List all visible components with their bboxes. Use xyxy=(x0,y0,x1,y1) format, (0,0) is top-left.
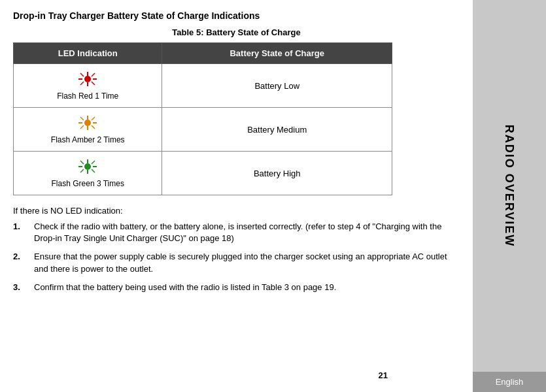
svg-line-4 xyxy=(80,73,84,76)
led-icon xyxy=(75,71,101,88)
sidebar-rotated-section: RADIO OVERVIEW xyxy=(473,0,546,372)
sidebar-label: RADIO OVERVIEW xyxy=(503,125,517,248)
page-number: 21 xyxy=(379,370,388,380)
list-item: 2.Ensure that the power supply cable is … xyxy=(13,251,460,274)
table-row: Flash Red 1 TimeBattery Low xyxy=(14,64,392,108)
battery-state-table: LED Indication Battery State of Charge F… xyxy=(13,42,392,195)
svg-line-24 xyxy=(80,169,84,172)
led-cell: Flash Amber 2 Times xyxy=(14,108,162,152)
led-label: Flash Amber 2 Times xyxy=(23,135,152,144)
svg-point-17 xyxy=(84,120,91,126)
svg-line-6 xyxy=(80,82,84,85)
no-led-text: If there is NO LED indication: xyxy=(13,206,460,216)
instructions-list: 1.Check if the radio with battery, or th… xyxy=(13,221,460,293)
list-text: Confirm that the battery being used with… xyxy=(34,282,336,293)
page-title: Drop-in Tray Charger Battery State of Ch… xyxy=(13,10,460,21)
led-label: Flash Green 3 Times xyxy=(23,179,152,188)
state-cell: Battery High xyxy=(162,152,392,195)
svg-point-26 xyxy=(84,163,91,170)
state-cell: Battery Medium xyxy=(162,108,392,152)
svg-line-5 xyxy=(92,82,95,85)
list-item: 3.Confirm that the battery being used wi… xyxy=(13,282,460,293)
table-row: Flash Green 3 TimesBattery High xyxy=(14,152,392,195)
col-header-led: LED Indication xyxy=(14,43,162,64)
svg-line-14 xyxy=(92,125,95,129)
svg-line-7 xyxy=(92,73,95,76)
language-label: English xyxy=(473,372,546,392)
list-text: Ensure that the power supply cable is se… xyxy=(34,251,460,274)
sidebar: RADIO OVERVIEW English xyxy=(473,0,546,392)
list-item: 1.Check if the radio with battery, or th… xyxy=(13,221,460,244)
svg-line-13 xyxy=(80,117,84,120)
svg-line-16 xyxy=(92,117,95,120)
table-title: Table 5: Battery State of Charge xyxy=(13,27,460,37)
table-row: Flash Amber 2 TimesBattery Medium xyxy=(14,108,392,152)
svg-line-23 xyxy=(92,169,95,172)
main-content: Drop-in Tray Charger Battery State of Ch… xyxy=(0,0,473,392)
state-cell: Battery Low xyxy=(162,64,392,108)
led-label: Flash Red 1 Time xyxy=(23,91,152,101)
list-number: 1. xyxy=(13,221,26,244)
list-number: 2. xyxy=(13,251,26,274)
list-text: Check if the radio with battery, or the … xyxy=(34,221,460,244)
svg-point-8 xyxy=(84,76,91,82)
svg-line-22 xyxy=(80,161,84,164)
led-icon xyxy=(75,114,101,131)
svg-line-15 xyxy=(80,125,84,129)
svg-line-25 xyxy=(92,161,95,164)
led-icon xyxy=(75,158,101,175)
led-cell: Flash Green 3 Times xyxy=(14,152,162,195)
list-number: 3. xyxy=(13,282,26,293)
col-header-state: Battery State of Charge xyxy=(162,43,392,64)
led-cell: Flash Red 1 Time xyxy=(14,64,162,108)
